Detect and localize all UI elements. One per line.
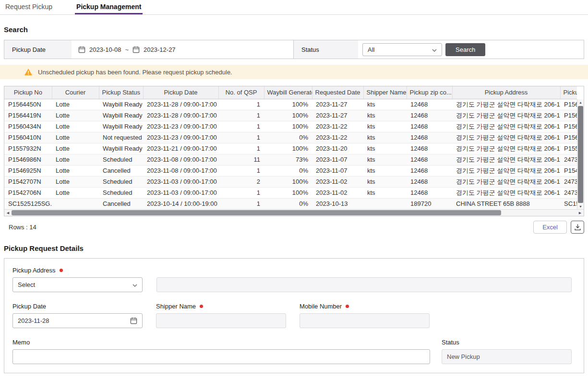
table-cell: Lotte — [52, 154, 99, 165]
table-cell: kts — [363, 187, 407, 198]
shipper-name-input — [156, 313, 286, 328]
pickup-address-select[interactable]: Select — [12, 277, 143, 292]
table-cell: P1557932N — [4, 143, 52, 154]
table-cell: 2023-11-08 / 09:00-17:00 — [143, 154, 218, 165]
table-cell: 2023-11-28 / 09:00-17:00 — [143, 99, 218, 110]
pickup-table: Pickup NoCourierPickup StatusPickup Date… — [4, 86, 584, 216]
warning-icon — [24, 68, 33, 76]
table-row[interactable]: P1546925NLotteCancelled2023-11-08 / 09:0… — [4, 165, 577, 176]
column-header: Courier — [52, 86, 99, 99]
mobile-number-input — [300, 313, 430, 328]
table-cell: 1 — [218, 132, 264, 143]
table-row[interactable]: P1560434NLotteWaybill Ready2023-11-23 / … — [4, 121, 577, 132]
warning-message: Unscheduled pickup has been found. Pleas… — [38, 69, 232, 76]
pickup-address-select-value: Select — [18, 281, 35, 288]
status-field: All Search — [358, 40, 584, 59]
horizontal-scroll-thumb[interactable] — [12, 210, 501, 215]
table-cell: Lotte — [52, 143, 99, 154]
date-from-value[interactable]: 2023-10-08 — [89, 46, 121, 53]
table-cell: 0% — [264, 165, 312, 176]
pickup-date-label: Pickup Date — [12, 303, 46, 310]
table-cell: 1 — [218, 165, 264, 176]
column-header: Pickup No — [4, 86, 52, 99]
table-cell: kts — [363, 132, 407, 143]
table-row[interactable]: P1564419NLotteWaybill Ready2023-11-28 / … — [4, 110, 577, 121]
table-row[interactable]: P1542706NLotteScheduled2023-11-03 / 09:0… — [4, 187, 577, 198]
horizontal-scrollbar[interactable]: ◀ ▶ — [4, 209, 584, 216]
scroll-up-icon[interactable]: ▲ — [577, 99, 584, 106]
column-header: No. of QSP — [218, 86, 264, 99]
table-row[interactable]: P1560410NLotteNot requested2023-11-23 / … — [4, 132, 577, 143]
table-cell: 경기도 가평군 설악면 다락재로 206-19 test — [452, 154, 560, 165]
table-cell: 100% — [264, 121, 312, 132]
table-cell: 2 — [218, 176, 264, 187]
table-cell: 1 — [218, 143, 264, 154]
footer-actions: Excel — [533, 221, 584, 234]
status-field: Status — [442, 339, 572, 364]
pickup-address-label: Pickup Address — [12, 267, 56, 274]
download-icon-button[interactable] — [571, 221, 584, 234]
pickup-date-input[interactable]: 2023-11-28 — [12, 313, 143, 328]
table-cell: 24732 — [560, 187, 577, 198]
table-cell: 12468 — [407, 132, 452, 143]
table-cell: 경기도 가평군 설악면 다락재로 206-19 test — [452, 165, 560, 176]
table-row[interactable]: P1564450NLotteWaybill Ready2023-11-28 / … — [4, 99, 577, 110]
table-cell: 2023-11-28 / 09:00-17:00 — [143, 110, 218, 121]
table-cell — [52, 198, 99, 209]
memo-field: Memo — [12, 339, 430, 364]
table-cell: Scheduled — [99, 154, 143, 165]
table-cell: 0% — [264, 198, 312, 209]
status-select[interactable]: All — [362, 43, 442, 56]
column-header: Requested Date — [312, 86, 363, 99]
table-cell: Lotte — [52, 165, 99, 176]
table-row[interactable]: P1557932NLotteWaybill Ready2023-11-21 / … — [4, 143, 577, 154]
calendar-icon[interactable] — [132, 46, 140, 53]
table-row[interactable]: P1546986NLotteScheduled2023-11-08 / 09:0… — [4, 154, 577, 165]
table-cell: Lotte — [52, 99, 99, 110]
table-row[interactable]: P1542707NLotteScheduled2023-11-03 / 09:0… — [4, 176, 577, 187]
pickup-grid: Pickup NoCourierPickup StatusPickup Date… — [4, 86, 577, 210]
table-cell: 24732 — [560, 176, 577, 187]
table-cell: Cancelled — [99, 198, 143, 209]
pickup-table-head-row: Pickup NoCourierPickup StatusPickup Date… — [4, 86, 577, 99]
table-cell: Waybill Ready — [99, 143, 143, 154]
pickup-date-filter-label: Pickup Date — [4, 40, 72, 59]
table-cell: 1 — [218, 198, 264, 209]
tab-pickup-management[interactable]: Pickup Management — [75, 0, 143, 14]
table-cell: P1542706N — [4, 187, 52, 198]
table-cell: Cancelled — [99, 165, 143, 176]
memo-input[interactable] — [12, 349, 430, 364]
scroll-left-icon[interactable]: ◀ — [4, 211, 12, 215]
table-cell: 0% — [264, 132, 312, 143]
vertical-scrollbar[interactable]: ▲ ▼ — [577, 99, 584, 210]
table-cell: 2023-11-22 — [312, 132, 363, 143]
table-cell: 2023-11-02 — [312, 176, 363, 187]
table-cell: 2023-11-02 — [312, 187, 363, 198]
table-cell: 12468 — [407, 143, 452, 154]
pickup-address-input — [156, 277, 572, 292]
scroll-right-icon[interactable]: ▶ — [576, 211, 584, 215]
date-to-value[interactable]: 2023-12-27 — [144, 46, 176, 53]
excel-export-button[interactable]: Excel — [533, 221, 567, 234]
table-cell: P1542707N — [4, 176, 52, 187]
table-cell: 1 — [218, 99, 264, 110]
table-cell: 12468 — [407, 154, 452, 165]
column-header: Pickup zip co... — [407, 86, 452, 99]
mobile-number-field: Mobile Number — [300, 303, 430, 328]
status-input — [442, 349, 572, 364]
table-cell: 경기도 가평군 설악면 다락재로 206-19 test — [452, 176, 560, 187]
tab-request-pickup[interactable]: Request Pickup — [4, 0, 54, 14]
table-cell: 2023-11-21 / 09:00-17:00 — [143, 143, 218, 154]
search-button[interactable]: Search — [445, 43, 485, 56]
calendar-icon[interactable] — [78, 46, 85, 53]
search-filter-bar: Pickup Date 2023-10-08 ~ 2023-12-27 Stat… — [4, 40, 584, 59]
table-cell: kts — [363, 165, 407, 176]
mobile-number-label: Mobile Number — [300, 303, 342, 310]
table-cell: Scheduled — [99, 176, 143, 187]
table-row[interactable]: SC1525125SG...Cancelled2023-10-14 / 10:0… — [4, 198, 577, 209]
vertical-scroll-thumb[interactable] — [578, 106, 583, 203]
table-cell: Lotte — [52, 110, 99, 121]
calendar-icon[interactable] — [130, 317, 137, 324]
rows-count: Rows : 14 — [9, 224, 36, 231]
date-range-field: 2023-10-08 ~ 2023-12-27 — [72, 40, 293, 59]
